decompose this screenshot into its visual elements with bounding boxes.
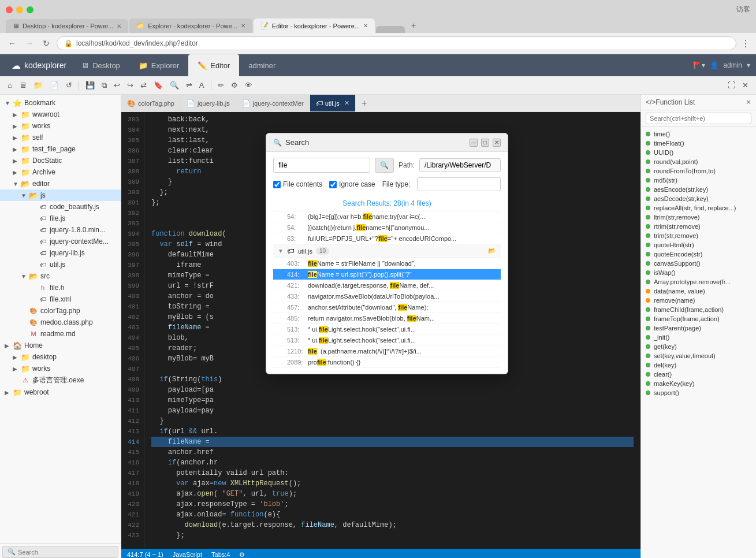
function-item[interactable]: remove(name)	[641, 296, 756, 305]
tree-jquery-lib[interactable]: 🏷 jquery-lib.js	[0, 247, 121, 259]
function-item[interactable]: get(key)	[641, 342, 756, 351]
util-tab-close[interactable]: ✕	[344, 99, 349, 107]
function-item[interactable]: timeFloat()	[641, 139, 756, 148]
editor-tab-jqueryctx[interactable]: 📄 jquery-contextMer	[236, 95, 310, 112]
nav-tab-adminer[interactable]: adminer	[239, 61, 285, 70]
function-item[interactable]: aesDecode(str,key)	[641, 194, 756, 203]
function-item[interactable]: _init()	[641, 333, 756, 342]
tree-bookmark[interactable]: ▼ ⭐ Bookmark	[0, 97, 121, 109]
tree-wwwroot[interactable]: ▶ 📁 wwwroot	[0, 109, 121, 120]
toolbar-close-btn[interactable]: ✕	[739, 79, 751, 91]
more-button[interactable]: ⋮	[741, 38, 750, 49]
result-file-header-util[interactable]: ▼ 🏷 util.js 10 📂	[273, 244, 501, 258]
toolbar-font-btn[interactable]: A	[196, 79, 207, 91]
function-item[interactable]: UUID()	[641, 148, 756, 157]
toolbar-undo-btn[interactable]: ↩	[111, 79, 123, 91]
function-panel-close[interactable]: ✕	[746, 98, 751, 106]
tree-code-beautify[interactable]: 🏷 code_beautify.js	[0, 201, 121, 213]
toolbar-refresh-btn[interactable]: ↺	[63, 79, 75, 91]
result-util-1210[interactable]: 1210: file: (a.pathname.match(/\/([^\/\?…	[273, 346, 501, 357]
result-item-1[interactable]: 54: (blgJ=e[g]);var h=b.filename;try{var…	[273, 211, 501, 222]
tree-editor[interactable]: ▼ 📂 editor	[0, 178, 121, 189]
result-util-414[interactable]: 414: fileName = url.split("/").pop().spl…	[273, 269, 501, 280]
function-item[interactable]: round(val,point)	[641, 157, 756, 166]
result-util-513a[interactable]: 513: * ui.fileLight.select.hook("select"…	[273, 324, 501, 335]
function-item[interactable]: rtrim(str,remove)	[641, 222, 756, 231]
search-term-input[interactable]	[273, 158, 370, 173]
new-tab-button[interactable]: +	[406, 18, 421, 33]
function-item[interactable]: md5(str)	[641, 176, 756, 185]
maximize-dot[interactable]	[27, 6, 33, 13]
tree-webroot[interactable]: ▶ 📁 webroot	[0, 386, 121, 398]
settings-icon[interactable]: ⚙	[239, 551, 245, 559]
function-item[interactable]: Array.prototype.remove(fr...	[641, 277, 756, 287]
toolbar-pen-btn[interactable]: ✏	[215, 79, 227, 91]
tree-medoo[interactable]: 🎨 medoo.class.php	[0, 317, 121, 328]
function-item[interactable]: clear()	[641, 370, 756, 379]
function-item[interactable]: canvasSupport()	[641, 259, 756, 268]
function-item[interactable]: isWap()	[641, 268, 756, 277]
sidebar-search-input[interactable]	[18, 549, 113, 556]
toolbar-folder-btn[interactable]: 📁	[31, 79, 46, 91]
toolbar-expand-btn[interactable]: ⛶	[725, 79, 738, 91]
tree-jquery-min[interactable]: 🏷 jquery-1.8.0.min...	[0, 224, 121, 236]
function-search-input[interactable]	[646, 113, 751, 124]
function-item[interactable]: frameChild(frame,action)	[641, 305, 756, 314]
result-item-3[interactable]: 63: fullURL=PDFJS_URL+"?file="+ encodeUR…	[273, 233, 501, 244]
function-item[interactable]: set(key,value,timeout)	[641, 351, 756, 360]
tree-test-file-page[interactable]: ▶ 📁 test_file_page	[0, 143, 121, 155]
function-item[interactable]: frameTop(frame,action)	[641, 314, 756, 323]
result-util-421[interactable]: 421: download(e.target.response, fileNam…	[273, 280, 501, 291]
tab3-close[interactable]: ✕	[363, 23, 368, 29]
function-item[interactable]: makeKey(key)	[641, 379, 756, 388]
function-item[interactable]: quoteHtml(str)	[641, 240, 756, 250]
nav-tab-editor[interactable]: ✏️ Editor	[188, 54, 239, 76]
toolbar-bookmark-btn[interactable]: 🔖	[151, 79, 166, 91]
toolbar-home-btn[interactable]: ⌂	[5, 79, 15, 91]
result-util-485[interactable]: 485: return navigator.msSaveBlob(blob, f…	[273, 313, 501, 324]
function-item[interactable]: testParent(page)	[641, 323, 756, 333]
tree-src[interactable]: ▼ 📂 src	[0, 270, 121, 282]
tree-docstatic[interactable]: ▶ 📁 DocStatic	[0, 155, 121, 166]
filetype-input[interactable]	[417, 177, 501, 191]
tree-file-js[interactable]: 🏷 file.js	[0, 213, 121, 224]
tree-jquery-context[interactable]: 🏷 jquery-contextMe...	[0, 236, 121, 247]
function-item[interactable]: replaceAll(str, find, replace...)	[641, 203, 756, 213]
tree-util-js[interactable]: 🏷 util.js	[0, 259, 121, 270]
toolbar-search-btn[interactable]: 🔍	[167, 79, 182, 91]
editor-tab-util[interactable]: 🏷 util.js ✕	[310, 95, 356, 112]
toolbar-sync-btn[interactable]: ⇄	[137, 79, 150, 91]
browser-tab-1[interactable]: 🖥 Desktop - kodexplorer - Power... ✕	[6, 19, 128, 33]
back-button[interactable]: ←	[6, 38, 18, 49]
result-util-457[interactable]: 457: anchor.setAttribute("download", fil…	[273, 302, 501, 313]
search-go-btn[interactable]: 🔍	[375, 158, 394, 173]
toolbar-replace-btn[interactable]: ⇌	[183, 79, 195, 91]
new-editor-tab-btn[interactable]: +	[356, 95, 373, 112]
tree-multilang[interactable]: ⚠ 多语言管理.oexe	[0, 374, 121, 386]
function-item[interactable]: ltrim(str,remove)	[641, 213, 756, 222]
ignore-case-checkbox-label[interactable]: Ignore case	[329, 180, 375, 188]
forward-button[interactable]: →	[23, 38, 36, 49]
close-dot[interactable]	[6, 6, 13, 13]
tab2-close[interactable]: ✕	[241, 23, 245, 29]
username[interactable]: admin	[723, 61, 742, 69]
result-util-433[interactable]: 433: navigator.msSaveBlob(dataUrlToBlob(…	[273, 291, 501, 302]
refresh-button[interactable]: ↻	[40, 38, 52, 49]
tree-js[interactable]: ▼ 📂 js	[0, 189, 121, 201]
address-input[interactable]: 🔒 localhost/kod/kod_dev/index.php?editor	[57, 36, 736, 50]
tree-file-h[interactable]: h file.h	[0, 282, 121, 293]
tree-file-xml[interactable]: 🏷 file.xml	[0, 293, 121, 305]
function-item[interactable]: aesEncode(str,key)	[641, 185, 756, 194]
function-item[interactable]: time()	[641, 129, 756, 139]
toolbar-eye-btn[interactable]: 👁	[242, 79, 255, 91]
function-item[interactable]: roundFromTo(from,to)	[641, 166, 756, 176]
browser-tab-2[interactable]: 📁 Explorer - kodexplorer - Powe... ✕	[129, 18, 252, 33]
dialog-close-btn[interactable]: ✕	[493, 139, 501, 147]
result-util-403[interactable]: 403: fileName = strFileName || "download…	[273, 258, 501, 269]
tree-home-works[interactable]: ▶ 📁 works	[0, 363, 121, 374]
toolbar-monitor-btn[interactable]: 🖥	[16, 79, 29, 91]
function-item[interactable]: del(key)	[641, 360, 756, 370]
result-item-2[interactable]: 54: }}catch(j){return j.filename=h||"ano…	[273, 222, 501, 233]
browser-tab-3[interactable]: 📝 Editor - kodexplorer - Powere... ✕	[254, 18, 375, 33]
editor-tab-colortag[interactable]: 🎨 colorTag.php	[121, 95, 181, 112]
